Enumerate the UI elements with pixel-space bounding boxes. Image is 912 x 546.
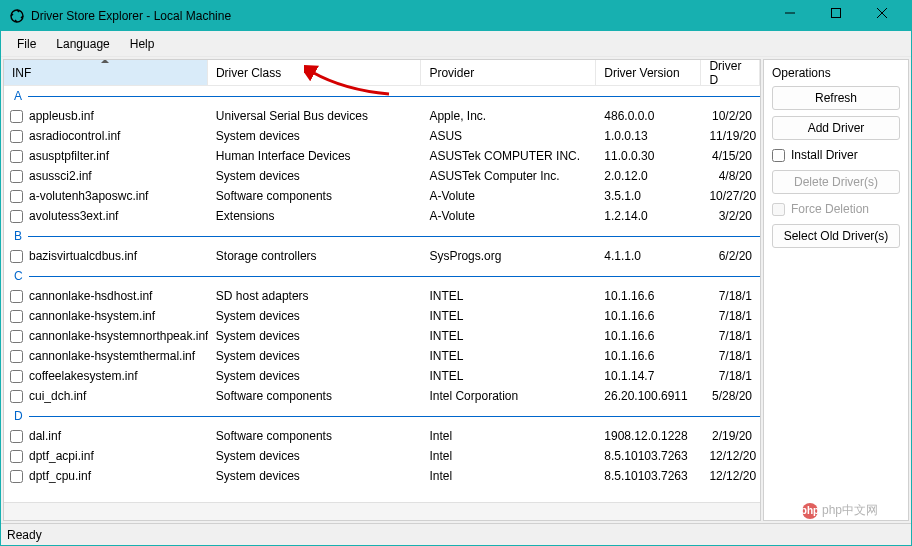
cell-driver-version: 486.0.0.0 (596, 109, 701, 123)
cell-driver-class: System devices (208, 329, 422, 343)
column-provider[interactable]: Provider (421, 60, 596, 85)
row-checkbox[interactable] (10, 170, 23, 183)
table-row[interactable]: appleusb.infUniversal Serial Bus devices… (4, 106, 760, 126)
driver-table: INF Driver Class Provider Driver Version… (4, 60, 760, 502)
row-checkbox[interactable] (10, 290, 23, 303)
group-letter: D (14, 409, 23, 423)
install-driver-label: Install Driver (791, 148, 858, 162)
cell-provider: Intel (421, 429, 596, 443)
select-old-drivers-button[interactable]: Select Old Driver(s) (772, 224, 900, 248)
row-checkbox[interactable] (10, 350, 23, 363)
watermark-text: php中文网 (822, 502, 878, 519)
cell-inf: cannonlake-hsystemnorthpeak.inf (29, 329, 208, 343)
statusbar: Ready (1, 523, 911, 545)
cell-driver-version: 2.0.12.0 (596, 169, 701, 183)
cell-provider: ASUSTek COMPUTER INC. (421, 149, 596, 163)
table-row[interactable]: avolutess3ext.infExtensionsA-Volute1.2.1… (4, 206, 760, 226)
cell-inf: dptf_cpu.inf (29, 469, 91, 483)
table-row[interactable]: cannonlake-hsystemnorthpeak.infSystem de… (4, 326, 760, 346)
group-header[interactable]: D (4, 406, 760, 426)
menu-help[interactable]: Help (120, 33, 165, 55)
table-row[interactable]: asusptpfilter.infHuman Interface Devices… (4, 146, 760, 166)
column-driver-class[interactable]: Driver Class (208, 60, 422, 85)
group-header[interactable]: A (4, 86, 760, 106)
cell-provider: INTEL (421, 309, 596, 323)
cell-driver-class: System devices (208, 469, 422, 483)
row-checkbox[interactable] (10, 310, 23, 323)
row-checkbox[interactable] (10, 250, 23, 263)
window-controls (773, 1, 911, 31)
cell-provider: A-Volute (421, 209, 596, 223)
cell-driver-date: 4/15/20 (701, 149, 760, 163)
cell-inf: asradiocontrol.inf (29, 129, 120, 143)
table-row[interactable]: cui_dch.infSoftware componentsIntel Corp… (4, 386, 760, 406)
row-checkbox[interactable] (10, 450, 23, 463)
refresh-button[interactable]: Refresh (772, 86, 900, 110)
add-driver-button[interactable]: Add Driver (772, 116, 900, 140)
group-letter: A (14, 89, 22, 103)
table-row[interactable]: bazisvirtualcdbus.infStorage controllers… (4, 246, 760, 266)
install-driver-checkbox-row[interactable]: Install Driver (772, 146, 900, 164)
group-header[interactable]: C (4, 266, 760, 286)
row-checkbox[interactable] (10, 190, 23, 203)
table-row[interactable]: coffeelakesystem.infSystem devicesINTEL1… (4, 366, 760, 386)
row-checkbox[interactable] (10, 110, 23, 123)
column-driver-date[interactable]: Driver D (701, 60, 760, 85)
status-text: Ready (7, 528, 42, 542)
table-row[interactable]: cannonlake-hsdhost.infSD host adaptersIN… (4, 286, 760, 306)
cell-driver-date: 7/18/1 (701, 329, 760, 343)
horizontal-scrollbar[interactable] (4, 502, 760, 520)
group-letter: C (14, 269, 23, 283)
table-row[interactable]: asradiocontrol.infSystem devicesASUS1.0.… (4, 126, 760, 146)
menu-file[interactable]: File (7, 33, 46, 55)
cell-driver-class: Storage controllers (208, 249, 422, 263)
minimize-button[interactable] (773, 1, 819, 31)
table-body[interactable]: Aappleusb.infUniversal Serial Bus device… (4, 86, 760, 502)
cell-inf: cui_dch.inf (29, 389, 86, 403)
watermark-badge: php (802, 503, 818, 519)
cell-driver-date: 7/18/1 (701, 349, 760, 363)
cell-inf: bazisvirtualcdbus.inf (29, 249, 137, 263)
row-checkbox[interactable] (10, 210, 23, 223)
table-row[interactable]: cannonlake-hsystem.infSystem devicesINTE… (4, 306, 760, 326)
row-checkbox[interactable] (10, 150, 23, 163)
row-checkbox[interactable] (10, 370, 23, 383)
cell-provider: Intel Corporation (421, 389, 596, 403)
group-divider (28, 96, 760, 97)
cell-driver-date: 5/28/20 (701, 389, 760, 403)
row-checkbox[interactable] (10, 430, 23, 443)
menu-language[interactable]: Language (46, 33, 119, 55)
row-checkbox[interactable] (10, 390, 23, 403)
maximize-button[interactable] (819, 1, 865, 31)
row-checkbox[interactable] (10, 470, 23, 483)
cell-provider: Intel (421, 469, 596, 483)
cell-provider: INTEL (421, 329, 596, 343)
cell-driver-class: Extensions (208, 209, 422, 223)
table-row[interactable]: cannonlake-hsystemthermal.infSystem devi… (4, 346, 760, 366)
column-driver-version[interactable]: Driver Version (596, 60, 701, 85)
cell-provider: ASUS (421, 129, 596, 143)
column-driver-class-label: Driver Class (216, 66, 281, 80)
table-row[interactable]: asussci2.infSystem devicesASUSTek Comput… (4, 166, 760, 186)
cell-driver-date: 7/18/1 (701, 369, 760, 383)
cell-driver-version: 1.0.0.13 (596, 129, 701, 143)
column-inf[interactable]: INF (4, 60, 208, 85)
row-checkbox[interactable] (10, 330, 23, 343)
cell-driver-class: Software components (208, 429, 422, 443)
table-row[interactable]: dptf_cpu.infSystem devicesIntel8.5.10103… (4, 466, 760, 486)
close-button[interactable] (865, 1, 911, 31)
cell-provider: INTEL (421, 289, 596, 303)
column-driver-date-label: Driver D (709, 60, 751, 87)
group-header[interactable]: B (4, 226, 760, 246)
table-row[interactable]: a-volutenh3aposwc.infSoftware components… (4, 186, 760, 206)
table-row[interactable]: dptf_acpi.infSystem devicesIntel8.5.1010… (4, 446, 760, 466)
table-row[interactable]: dal.infSoftware componentsIntel1908.12.0… (4, 426, 760, 446)
cell-provider: Intel (421, 449, 596, 463)
row-checkbox[interactable] (10, 130, 23, 143)
cell-driver-class: System devices (208, 169, 422, 183)
cell-provider: INTEL (421, 369, 596, 383)
delete-drivers-button[interactable]: Delete Driver(s) (772, 170, 900, 194)
install-driver-checkbox[interactable] (772, 149, 785, 162)
cell-driver-date: 7/18/1 (701, 309, 760, 323)
driver-table-panel: INF Driver Class Provider Driver Version… (3, 59, 761, 521)
